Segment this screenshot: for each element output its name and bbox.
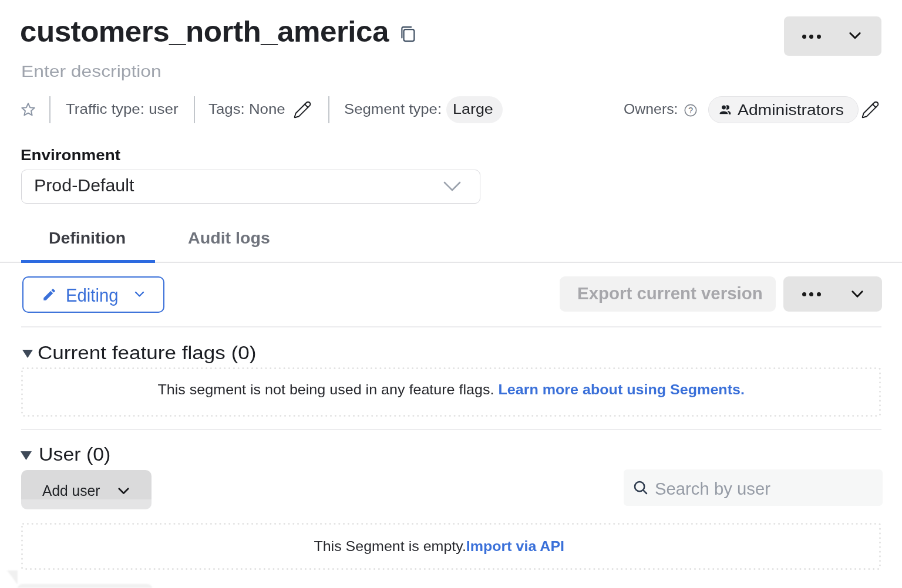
svg-text:?: ? bbox=[688, 106, 693, 115]
